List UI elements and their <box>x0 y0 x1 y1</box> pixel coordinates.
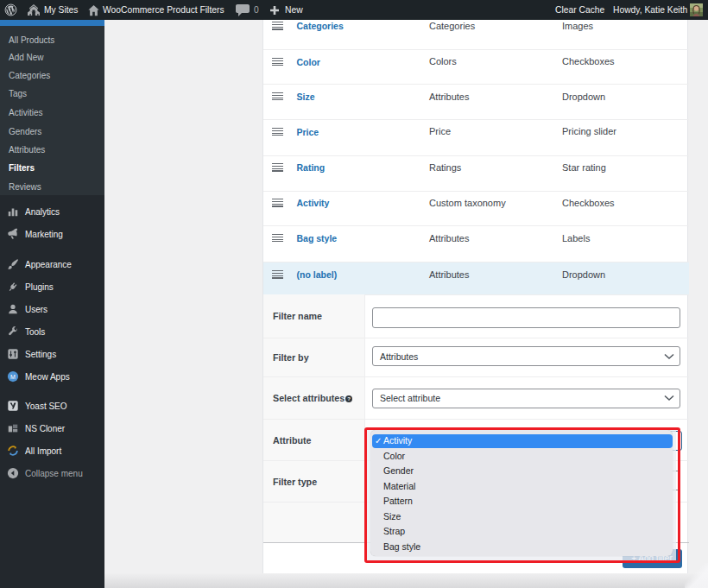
svg-text:?: ? <box>347 396 351 401</box>
svg-text:M: M <box>10 374 16 380</box>
